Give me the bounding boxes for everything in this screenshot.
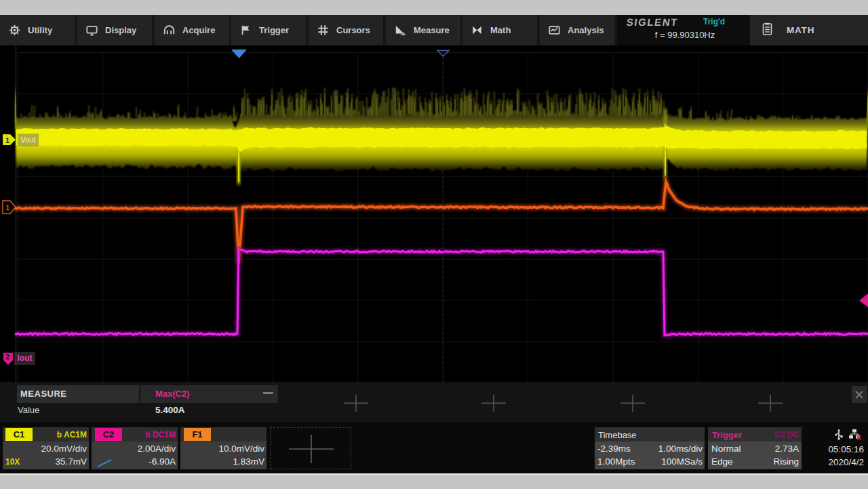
svg-text:1: 1 (5, 203, 9, 212)
svg-text:1: 1 (5, 136, 9, 144)
svg-text:2: 2 (6, 353, 10, 361)
